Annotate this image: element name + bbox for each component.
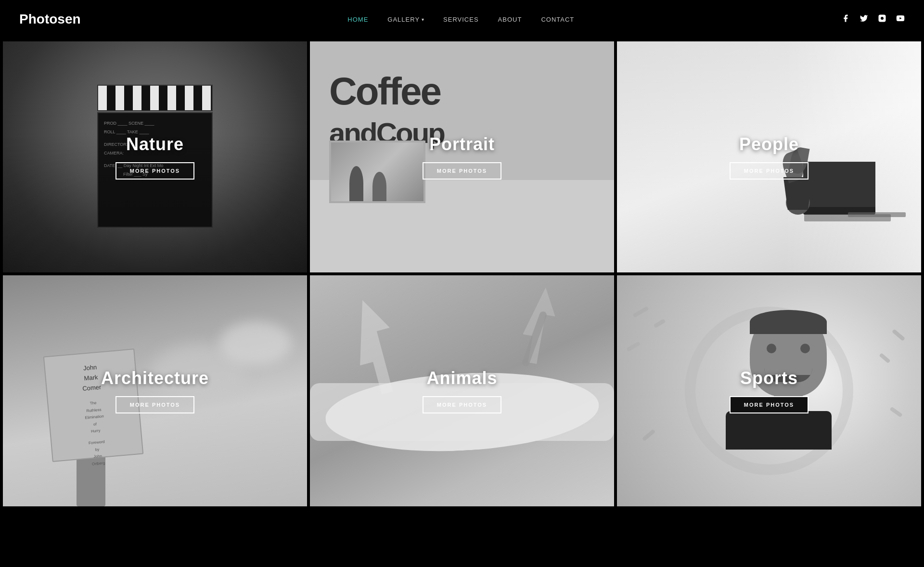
nav-gallery[interactable]: GALLERY <box>387 16 420 23</box>
nav-contact[interactable]: CONTACT <box>541 16 574 23</box>
gallery-portrait-title: Portrait <box>429 134 495 155</box>
sports-more-photos-button[interactable]: MORE PHOTOS <box>730 396 808 413</box>
gallery-grid: PROD ____ SCENE ____ ROLL ____ TAKE ____… <box>0 39 924 509</box>
gallery-item-sports[interactable]: Sports MORE PHOTOS <box>617 275 921 506</box>
gallery-item-architecture[interactable]: JohnMarkComer TheRuthlessEliminationofHu… <box>3 275 307 506</box>
gallery-item-portrait[interactable]: CoffeeandCoup Portrait MORE PHOTOS <box>310 41 614 272</box>
facebook-icon[interactable] <box>841 14 850 25</box>
portrait-more-photos-button[interactable]: MORE PHOTOS <box>423 162 501 180</box>
architecture-more-photos-button[interactable]: MORE PHOTOS <box>116 396 194 413</box>
gallery-sports-title: Sports <box>740 368 798 388</box>
instagram-icon[interactable] <box>878 14 886 25</box>
youtube-icon[interactable] <box>896 14 905 25</box>
gallery-nature-title: Nature <box>126 134 184 155</box>
gallery-item-nature[interactable]: PROD ____ SCENE ____ ROLL ____ TAKE ____… <box>3 41 307 272</box>
nav-about[interactable]: ABOUT <box>498 16 522 23</box>
nav-services[interactable]: SERVICES <box>443 16 479 23</box>
header: Photosen HOME GALLERY ▾ SERVICES ABOUT C… <box>0 0 924 39</box>
chevron-down-icon: ▾ <box>422 17 424 22</box>
logo: Photosen <box>19 12 81 27</box>
social-links <box>841 14 905 25</box>
gallery-item-animals[interactable]: Animals MORE PHOTOS <box>310 275 614 506</box>
gallery-item-people[interactable]: People MORE PHOTOS <box>617 41 921 272</box>
animals-more-photos-button[interactable]: MORE PHOTOS <box>423 396 501 413</box>
main-nav: HOME GALLERY ▾ SERVICES ABOUT CONTACT <box>347 16 574 23</box>
gallery-people-title: People <box>739 134 799 155</box>
people-more-photos-button[interactable]: MORE PHOTOS <box>730 162 808 180</box>
gallery-architecture-title: Architecture <box>101 368 209 388</box>
nav-home[interactable]: HOME <box>347 16 368 23</box>
nature-more-photos-button[interactable]: MORE PHOTOS <box>116 162 194 180</box>
gallery-animals-title: Animals <box>426 368 497 388</box>
twitter-icon[interactable] <box>860 14 868 25</box>
